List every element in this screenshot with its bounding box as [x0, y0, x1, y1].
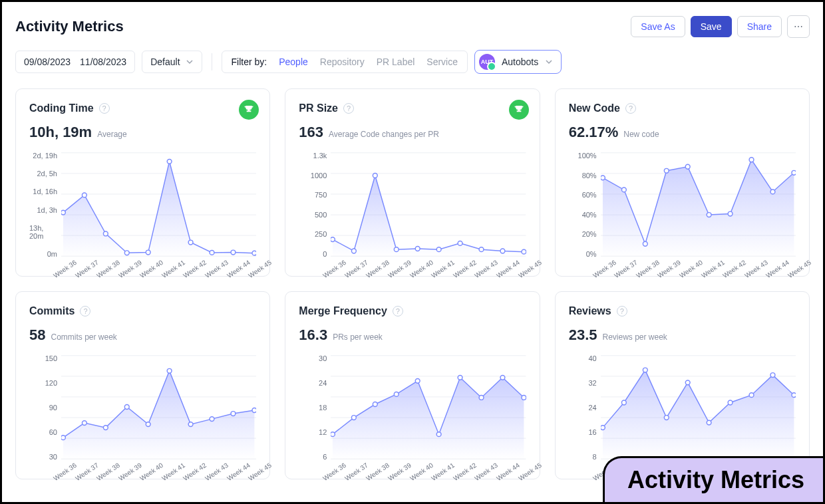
card-reviews: Reviews ? 23.5 Reviews per week 40322416…	[555, 291, 810, 479]
y-axis: 302418126	[299, 354, 331, 461]
floating-tag: Activity Metrics	[603, 456, 823, 502]
svg-point-91	[707, 420, 711, 425]
svg-point-93	[749, 393, 754, 398]
svg-point-14	[231, 250, 236, 255]
svg-point-95	[792, 393, 796, 398]
metric-sub: Average Code changes per PR	[329, 130, 439, 139]
chart-commits: 150120906030	[29, 354, 256, 461]
x-axis: Week 36Week 37Week 38Week 39Week 40Week …	[61, 463, 256, 471]
filter-option-service[interactable]: Service	[426, 57, 458, 67]
svg-point-70	[331, 432, 335, 437]
filter-option-repository[interactable]: Repository	[320, 57, 365, 67]
svg-point-38	[601, 176, 605, 180]
svg-point-8	[103, 231, 108, 236]
svg-point-46	[770, 189, 775, 194]
svg-point-58	[146, 422, 150, 427]
svg-point-13	[210, 250, 214, 255]
svg-point-43	[707, 213, 711, 217]
svg-point-92	[728, 400, 733, 405]
svg-point-87	[621, 400, 626, 405]
svg-point-59	[167, 368, 172, 373]
svg-point-72	[373, 402, 378, 407]
metric-value: 163	[299, 124, 323, 141]
date-from: 09/08/2023	[24, 57, 71, 67]
cards-grid: Coding Time ? 10h, 19m Average 2d, 19h2d…	[15, 88, 810, 479]
svg-point-39	[621, 188, 626, 192]
help-icon[interactable]: ?	[80, 306, 90, 316]
metric-sub: New code	[623, 130, 659, 139]
svg-point-75	[437, 432, 442, 437]
svg-point-63	[252, 408, 256, 413]
card-title: New Code	[569, 102, 620, 114]
help-icon[interactable]: ?	[343, 103, 354, 114]
header-actions: Save As Save Share ⋯	[631, 15, 810, 38]
card-title: Merge Frequency	[299, 305, 387, 317]
svg-point-41	[664, 168, 669, 173]
page-title: Activity Metrics	[15, 18, 124, 35]
compare-select[interactable]: Default	[142, 51, 202, 73]
metric-value: 23.5	[569, 326, 597, 344]
svg-point-57	[124, 405, 129, 410]
team-chip[interactable]: AUT Autobots	[474, 50, 562, 74]
card-title: Coding Time	[29, 102, 94, 114]
chart-pr-size: 1.3k10007505002500	[299, 152, 526, 258]
svg-point-12	[188, 240, 193, 245]
share-button[interactable]: Share	[737, 16, 782, 37]
svg-point-7	[82, 193, 86, 197]
card-title: Commits	[29, 305, 75, 317]
svg-point-71	[352, 416, 357, 420]
save-as-button[interactable]: Save As	[631, 16, 685, 37]
date-range-picker[interactable]: 09/08/2023 11/08/2023	[15, 51, 135, 73]
card-commits: Commits ? 58 Commits per week 1501209060…	[15, 291, 270, 479]
svg-point-47	[792, 170, 796, 175]
y-axis: 1.3k10007505002500	[299, 152, 331, 258]
y-axis: 403224168	[569, 354, 601, 461]
help-icon[interactable]: ?	[625, 103, 636, 114]
svg-point-29	[479, 247, 484, 252]
y-axis: 100%80%60%40%20%0%	[569, 152, 601, 258]
team-name: Autobots	[502, 57, 538, 67]
save-button[interactable]: Save	[691, 16, 732, 37]
svg-point-62	[231, 412, 236, 416]
svg-point-89	[664, 416, 669, 420]
more-menu-button[interactable]: ⋯	[787, 15, 810, 38]
card-title: Reviews	[569, 305, 611, 317]
svg-point-45	[749, 158, 754, 162]
metric-sub: Average	[97, 130, 126, 139]
filters-row: 09/08/2023 11/08/2023 Default Filter by:…	[15, 50, 810, 74]
help-icon[interactable]: ?	[617, 306, 627, 316]
metric-sub: PRs per week	[333, 332, 383, 342]
card-title: PR Size	[299, 102, 338, 114]
svg-point-40	[643, 241, 647, 246]
svg-point-74	[416, 378, 420, 383]
x-axis: Week 36Week 37Week 38Week 39Week 40Week …	[331, 261, 526, 268]
compare-select-value: Default	[150, 57, 180, 67]
metric-sub: Reviews per week	[602, 332, 667, 342]
svg-point-94	[770, 373, 775, 378]
filter-option-pr-label[interactable]: PR Label	[377, 57, 415, 67]
date-to: 11/08/2023	[80, 57, 126, 67]
svg-point-24	[373, 174, 378, 178]
svg-point-6	[61, 210, 65, 215]
help-icon[interactable]: ?	[393, 306, 403, 316]
svg-point-28	[458, 241, 462, 245]
divider	[212, 53, 212, 70]
svg-point-86	[601, 426, 605, 430]
svg-point-55	[82, 421, 86, 426]
chevron-down-icon	[186, 58, 194, 66]
help-icon[interactable]: ?	[99, 103, 110, 114]
filter-option-people[interactable]: People	[279, 57, 308, 67]
svg-point-26	[416, 247, 420, 251]
card-pr-size: PR Size ? 163 Average Code changes per P…	[285, 88, 540, 277]
svg-point-10	[146, 250, 150, 255]
x-axis: Week 36Week 37Week 38Week 39Week 40Week …	[331, 463, 526, 471]
svg-point-9	[124, 251, 129, 255]
x-axis: Week 36Week 37Week 38Week 39Week 40Week …	[61, 261, 256, 268]
svg-point-27	[437, 247, 442, 252]
svg-point-42	[685, 164, 690, 169]
svg-point-90	[685, 380, 690, 385]
svg-point-11	[167, 159, 172, 164]
filter-by-label: Filter by:	[232, 57, 267, 67]
svg-point-31	[522, 249, 526, 254]
svg-point-56	[103, 426, 108, 430]
